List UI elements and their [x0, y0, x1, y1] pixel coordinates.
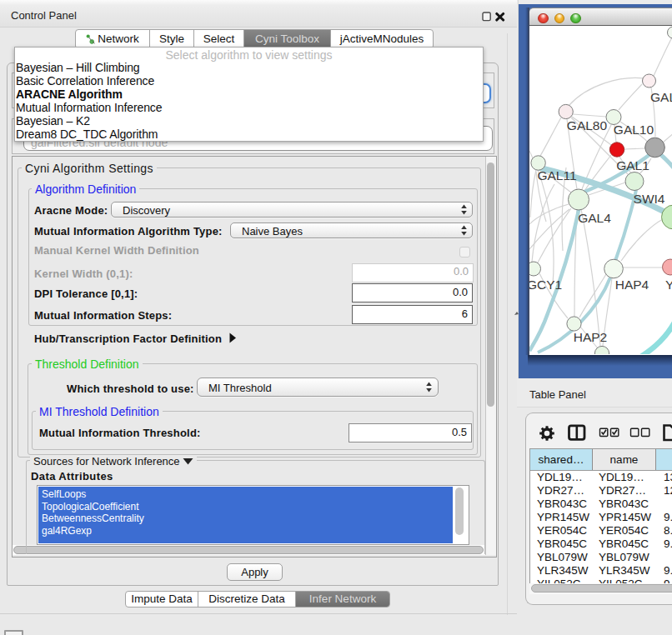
svg-text:GAL11: GAL11 [537, 168, 576, 182]
svg-text:GAL2: GAL2 [650, 90, 672, 104]
svg-text:GAL10: GAL10 [614, 122, 654, 137]
svg-text:HAP4: HAP4 [615, 278, 649, 292]
svg-text:HAP2: HAP2 [574, 330, 608, 344]
svg-text:GAL80: GAL80 [567, 118, 608, 132]
svg-text:GCY1: GCY1 [529, 278, 562, 292]
svg-text:GAL1: GAL1 [616, 158, 649, 172]
svg-text:GAL4: GAL4 [578, 211, 611, 225]
svg-text:SWI4: SWI4 [634, 192, 665, 206]
svg-text:YJR: YJR [665, 278, 672, 292]
